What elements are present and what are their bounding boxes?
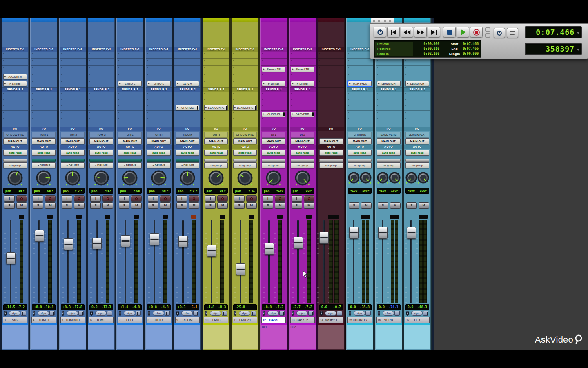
input-selector[interactable]: TOM 2 bbox=[61, 132, 85, 138]
send-slot-2[interactable] bbox=[347, 98, 373, 105]
insert-slot-5[interactable] bbox=[60, 80, 86, 88]
fader-groove[interactable] bbox=[379, 232, 387, 233]
channel-strip-4[interactable]: INSERTS F-JSENDS F-JI/OTOM 1MAIN OUTAUTO… bbox=[30, 18, 57, 350]
level-meter[interactable] bbox=[329, 220, 333, 303]
input-selector[interactable]: TOM 1 bbox=[32, 132, 56, 138]
insert-slot-1[interactable] bbox=[60, 52, 86, 59]
input-selector[interactable]: LEXICNPLAT bbox=[405, 132, 429, 138]
fader-handle[interactable] bbox=[207, 245, 216, 257]
insert-slot-5[interactable] bbox=[31, 80, 57, 88]
track-color-band[interactable] bbox=[232, 18, 258, 22]
input-selector[interactable]: DI 1 bbox=[262, 132, 285, 138]
input-monitor-button[interactable]: I bbox=[176, 195, 187, 202]
insert-slot-5[interactable] bbox=[232, 80, 258, 88]
pan-display[interactable]: pan15 > bbox=[3, 188, 27, 194]
comments-area[interactable] bbox=[174, 323, 200, 349]
insert-slot-1[interactable] bbox=[232, 52, 258, 59]
volume-display[interactable]: -25.8 bbox=[233, 304, 257, 310]
fader-scale-ticks[interactable] bbox=[130, 221, 132, 303]
insert-slot-2[interactable] bbox=[2, 59, 28, 66]
send-slot-3[interactable] bbox=[376, 104, 402, 111]
level-meter[interactable] bbox=[77, 220, 81, 303]
peak-value[interactable]: -8.3 bbox=[218, 305, 226, 310]
input-selector[interactable]: TOM 3 bbox=[89, 132, 113, 138]
pan-knob-left[interactable] bbox=[405, 172, 417, 184]
insert-plugin-button[interactable]: LexiconCH bbox=[405, 81, 429, 86]
insert-slot-4[interactable] bbox=[404, 73, 430, 81]
input-selector[interactable]: BASS VERB bbox=[377, 132, 401, 138]
pan-knob-right[interactable] bbox=[417, 172, 429, 184]
automation-mode-selector[interactable]: auto read bbox=[176, 150, 199, 156]
return-to-zero-button[interactable] bbox=[387, 27, 400, 38]
track-name-button[interactable]: 8OH R bbox=[147, 317, 171, 323]
record-arm-button[interactable] bbox=[275, 195, 285, 202]
group-selector[interactable]: no group bbox=[204, 162, 228, 168]
fader-handle[interactable] bbox=[35, 230, 44, 242]
pan-knob[interactable] bbox=[88, 170, 114, 187]
solo-button[interactable]: S bbox=[234, 202, 245, 209]
channel-strip-body[interactable]: INSERTS F-JLinEQ LSENDS F-JI/OOH RMAIN O… bbox=[145, 18, 172, 350]
input-monitor-button[interactable]: I bbox=[90, 195, 101, 202]
track-color-band[interactable] bbox=[174, 18, 200, 22]
send-slot-4[interactable] bbox=[203, 111, 229, 117]
fader-groove[interactable] bbox=[179, 241, 187, 242]
insert-slot-4[interactable]: AAXiom Jr bbox=[2, 73, 28, 81]
send-slot-1[interactable] bbox=[404, 92, 430, 98]
solo-button[interactable]: S bbox=[4, 202, 15, 209]
track-options-row[interactable]: dyn bbox=[291, 311, 314, 316]
level-meter[interactable] bbox=[419, 220, 423, 303]
output-window-button[interactable] bbox=[292, 311, 294, 316]
insert-slot-3[interactable] bbox=[60, 66, 86, 73]
comments-area[interactable] bbox=[347, 323, 373, 349]
track-options-row[interactable]: dyn bbox=[32, 311, 56, 316]
fader-scale-ticks[interactable] bbox=[187, 221, 189, 303]
pan-knob[interactable] bbox=[208, 170, 224, 186]
output-selector[interactable]: MAIN OUT bbox=[147, 138, 171, 144]
dyn-indicator[interactable]: dyn bbox=[153, 311, 164, 316]
group-selector[interactable]: a DRUMS bbox=[118, 162, 142, 168]
input-monitor-button[interactable]: I bbox=[263, 195, 273, 202]
fader-handle[interactable] bbox=[407, 227, 416, 239]
send-slot-3[interactable] bbox=[60, 104, 86, 111]
insert-slot-1[interactable] bbox=[146, 52, 172, 59]
dyn-indicator[interactable]: dyn bbox=[95, 311, 107, 316]
track-options-row[interactable]: dyn bbox=[377, 311, 401, 316]
automation-mode-selector[interactable]: auto read bbox=[319, 150, 343, 156]
insert-slot-1[interactable] bbox=[117, 52, 143, 59]
channel-strip-8[interactable]: INSERTS F-JLinEQ LSENDS F-JI/OOH RMAIN O… bbox=[145, 18, 172, 350]
volume-value[interactable]: +0.3 bbox=[178, 305, 185, 310]
level-meter[interactable] bbox=[362, 220, 365, 303]
comments-area[interactable] bbox=[318, 323, 344, 349]
fadein-label[interactable]: Fade in bbox=[377, 52, 389, 56]
insert-slot-3[interactable] bbox=[2, 66, 28, 73]
send-slot-1[interactable] bbox=[261, 92, 287, 98]
delay-compensation-button[interactable] bbox=[394, 311, 400, 316]
send-slot-4[interactable] bbox=[88, 111, 114, 117]
volume-display[interactable]: +8.3-17.8 bbox=[61, 304, 85, 310]
send-slot-3[interactable]: CHORUS bbox=[174, 104, 200, 111]
send-slot-2[interactable] bbox=[290, 98, 316, 105]
solo-button[interactable]: S bbox=[349, 202, 359, 209]
input-monitor-button[interactable]: I bbox=[234, 195, 245, 202]
fader-scale-ticks[interactable] bbox=[205, 221, 207, 303]
insert-slot-2[interactable] bbox=[261, 59, 287, 66]
insert-slot-2[interactable] bbox=[117, 59, 143, 66]
postroll-value[interactable]: 0:00.010 bbox=[415, 47, 439, 51]
volume-value[interactable]: -2.7 bbox=[293, 305, 301, 310]
channel-strip-10[interactable]: INSERTS F-JSENDS F-JLEXICONPLI/OOH RMAIN… bbox=[203, 18, 229, 350]
track-options-row[interactable]: dyn bbox=[348, 311, 372, 316]
fader-handle[interactable] bbox=[378, 227, 388, 239]
record-arm-button[interactable] bbox=[304, 195, 314, 202]
group-color-bar[interactable] bbox=[291, 159, 314, 162]
input-monitor-button[interactable]: I bbox=[205, 195, 216, 202]
level-meter[interactable] bbox=[249, 220, 253, 303]
group-color-bar[interactable] bbox=[233, 159, 257, 162]
volume-value[interactable]: -14.5 bbox=[5, 305, 15, 310]
channel-strip-15[interactable]: INSERTS F-JMXR FxDxSENDS F-JI/OCHORUSMAI… bbox=[346, 18, 373, 350]
fader-handle[interactable] bbox=[265, 243, 274, 255]
output-selector[interactable]: MAIN OUT bbox=[204, 138, 228, 144]
send-slot-1[interactable] bbox=[174, 92, 200, 98]
fader-scale-ticks[interactable] bbox=[44, 221, 46, 303]
clip-indicator[interactable] bbox=[105, 215, 110, 219]
pan-knob[interactable] bbox=[151, 170, 167, 186]
